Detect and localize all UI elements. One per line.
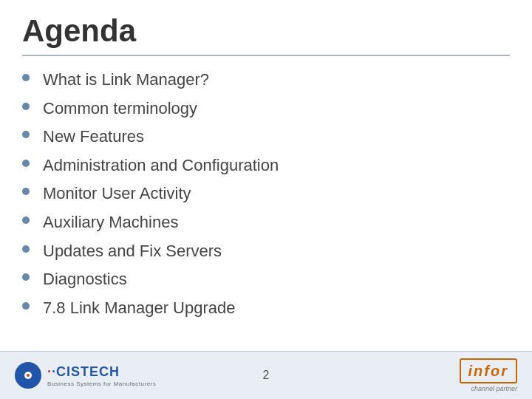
list-item: 7.8 Link Manager Upgrade <box>22 298 510 319</box>
list-item-text: What is Link Manager? <box>43 69 209 91</box>
cistech-logo-circle <box>15 362 41 389</box>
list-item: Common terminology <box>22 98 510 120</box>
bullet-icon <box>22 188 30 195</box>
bullet-icon <box>22 216 30 224</box>
channel-partner-label: channel partner <box>471 385 517 392</box>
page-number: 2 <box>263 369 270 382</box>
cistech-name: ··CISTECH <box>47 364 120 380</box>
list-item-text: Updates and Fix Servers <box>43 241 222 262</box>
bullet-icon <box>22 273 30 281</box>
list-item-text: Auxiliary Machines <box>43 212 178 233</box>
cistech-logo-text: ··CISTECH Business Systems for Manufactu… <box>47 364 156 387</box>
bullet-icon <box>22 302 30 310</box>
cistech-subtitle: Business Systems for Manufacturers <box>47 381 156 387</box>
slide-header: Agenda <box>0 0 532 55</box>
list-item-text: Diagnostics <box>43 269 127 290</box>
slide-footer: ··CISTECH Business Systems for Manufactu… <box>0 351 532 399</box>
bullet-icon <box>22 103 30 110</box>
list-item: Updates and Fix Servers <box>22 241 510 262</box>
list-item-text: Common terminology <box>43 98 197 120</box>
bullet-icon <box>22 74 30 81</box>
list-item-text: Monitor User Activity <box>43 183 191 205</box>
slide-content: What is Link Manager?Common terminologyN… <box>0 56 532 351</box>
bullet-icon <box>22 160 30 167</box>
infor-logo: infor <box>460 358 517 383</box>
list-item: Auxiliary Machines <box>22 212 510 233</box>
agenda-list: What is Link Manager?Common terminologyN… <box>22 69 510 326</box>
list-item: Administration and Configuration <box>22 155 510 177</box>
slide-title: Agenda <box>22 13 510 49</box>
slide: Agenda What is Link Manager?Common termi… <box>0 0 532 399</box>
list-item-text: New Features <box>43 126 144 148</box>
footer-left: ··CISTECH Business Systems for Manufactu… <box>15 362 156 389</box>
svg-point-2 <box>27 374 30 377</box>
list-item-text: 7.8 Link Manager Upgrade <box>43 298 236 319</box>
list-item: What is Link Manager? <box>22 69 510 91</box>
list-item: Diagnostics <box>22 269 510 290</box>
bullet-icon <box>22 131 30 138</box>
list-item-text: Administration and Configuration <box>43 155 279 177</box>
list-item: Monitor User Activity <box>22 183 510 205</box>
footer-right: infor channel partner <box>460 358 517 392</box>
list-item: New Features <box>22 126 510 148</box>
bullet-icon <box>22 245 30 253</box>
